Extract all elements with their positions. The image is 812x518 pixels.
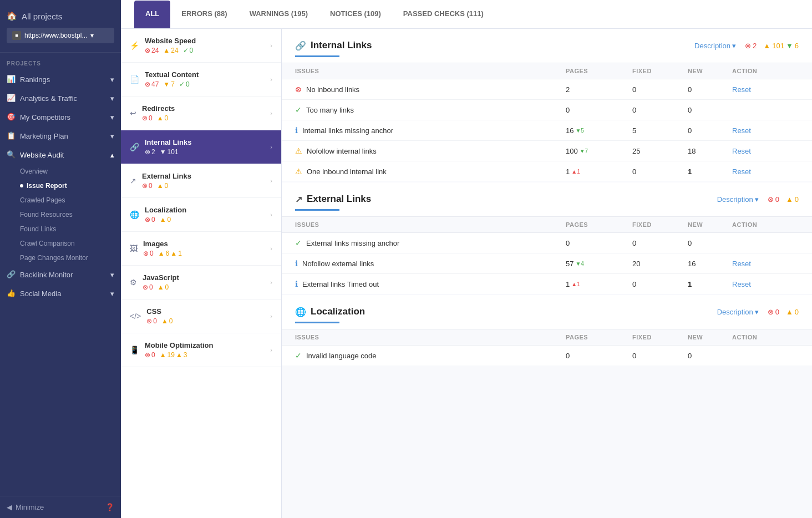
ok-icon: ✓ [295, 238, 302, 247]
table-row: ✓ Invalid language code 0 0 0 [282, 346, 812, 365]
reset-action[interactable]: Reset [732, 126, 799, 135]
info-icon: ℹ [295, 259, 298, 268]
internal-links-section-icon: 🔗 [295, 40, 306, 51]
sidebar-item-rankings[interactable]: 📊 Rankings ▾ [0, 70, 121, 89]
reset-action[interactable]: Reset [732, 147, 799, 155]
pages-value: 2 [566, 85, 632, 94]
fixed-value: 25 [632, 147, 688, 155]
chevron-down-icon: ▾ [110, 94, 114, 103]
new-value: 1 [688, 280, 732, 288]
subnav-found-resources[interactable]: Found Resources [20, 207, 121, 222]
localization-title: Localization [311, 306, 365, 317]
category-website-speed[interactable]: ⚡ Website Speed ⊗ 24 ▲ 24 ✓ 0 › [121, 29, 281, 63]
sidebar-item-analytics[interactable]: 📈 Analytics & Traffic ▾ [0, 89, 121, 108]
mobile-icon: 📱 [130, 346, 139, 354]
localization-error-count: ⊗ 0 [768, 308, 779, 316]
local-error-stat: ⊗ 0 [145, 216, 155, 224]
css-warn-stat: ▲ 0 [161, 317, 173, 325]
external-links-error-count: ⊗ 0 [768, 195, 779, 204]
table-header: ISSUES PAGES FIXED NEW ACTION [282, 63, 812, 79]
category-javascript[interactable]: ⚙ JavaScript ⊗ 0 ▲ 0 › [121, 266, 281, 299]
speed-warn-stat: ▲ 24 [163, 47, 178, 54]
subnav-page-changes[interactable]: Page Changes Monitor [20, 251, 121, 265]
subnav-found-links[interactable]: Found Links [20, 222, 121, 236]
localization-warn-count: ▲ 0 [786, 308, 799, 316]
category-textual-content[interactable]: 📄 Textual Content ⊗ 47 ▼ 7 ✓ 0 › [121, 63, 281, 97]
table-row: ⊗ No inbound links 2 0 0 Reset [282, 79, 812, 100]
subnav-issue-report[interactable]: Issue Report [20, 179, 121, 193]
category-external-links[interactable]: ↗ External Links ⊗ 0 ▲ 0 › [121, 164, 281, 198]
minimize-button[interactable]: ◀ Minimize [7, 503, 44, 511]
ok-icon: ✓ [295, 105, 302, 114]
tab-passed[interactable]: PASSED CHECKS (111) [392, 1, 495, 28]
new-value: 0 [688, 352, 732, 360]
fixed-value: 0 [632, 167, 688, 176]
text-icon: 📄 [130, 75, 139, 84]
sidebar-item-social[interactable]: 👍 Social Media ▾ [0, 284, 121, 303]
tab-warnings[interactable]: WARNINGS (195) [238, 1, 319, 28]
internal-links-description-link[interactable]: Description ▾ [694, 42, 736, 50]
sidebar-item-marketing[interactable]: 📋 Marketing Plan ▾ [0, 126, 121, 145]
sidebar-item-audit[interactable]: 🔍 Website Audit ▴ [0, 145, 121, 164]
fixed-value: 0 [632, 85, 688, 94]
pages-value: 57 ▼4 [566, 260, 632, 268]
fixed-value: 20 [632, 260, 688, 268]
delta-down-icon: ▼4 [575, 261, 583, 267]
text-warn-stat: ▼ 7 [163, 80, 175, 88]
reset-action[interactable]: Reset [732, 260, 799, 268]
delta-down-icon: ▼7 [580, 148, 588, 154]
subnav-crawled-pages[interactable]: Crawled Pages [20, 193, 121, 207]
sidebar-item-competitors[interactable]: 🎯 My Competitors ▾ [0, 108, 121, 126]
help-icon[interactable]: ❓ [105, 503, 114, 511]
chevron-right-icon: › [270, 144, 272, 150]
category-internal-links[interactable]: 🔗 Internal Links ⊗ 2 ▼ 101 › [121, 130, 281, 164]
new-value: 0 [688, 239, 732, 247]
category-localization[interactable]: 🌐 Localization ⊗ 0 ▲ 0 › [121, 198, 281, 232]
chevron-right-icon: › [270, 42, 272, 49]
internal-links-table: ISSUES PAGES FIXED NEW ACTION ⊗ No inbou… [282, 63, 812, 181]
redirects-warn-stat: ▲ 0 [157, 114, 169, 122]
all-projects-link[interactable]: 🏠 All projects [7, 9, 114, 28]
external-links-section-icon: ↗ [295, 194, 302, 205]
subnav-overview[interactable]: Overview [20, 164, 121, 179]
images-icon: 🖼 [130, 244, 138, 253]
chevron-right-icon: › [270, 211, 272, 218]
pages-value: 100 ▼7 [566, 147, 632, 155]
section-internal-links: 🔗 Internal Links Description ▾ ⊗ 2 ▲ 101… [282, 29, 812, 181]
reset-action[interactable]: Reset [732, 167, 799, 176]
tab-all[interactable]: ALL [134, 1, 170, 28]
sidebar-item-backlink[interactable]: 🔗 Backlink Monitor ▾ [0, 265, 121, 284]
tab-notices[interactable]: NOTICES (109) [319, 1, 392, 28]
warning-icon: ⚠ [295, 146, 302, 155]
table-header: ISSUES PAGES FIXED NEW ACTION [282, 217, 812, 233]
delta-up-icon: ▲1 [571, 169, 580, 175]
section-header-external-links: ↗ External Links Description ▾ ⊗ 0 ▲ 0 [282, 182, 812, 217]
localization-description-link[interactable]: Description ▾ [717, 308, 759, 316]
section-external-links: ↗ External Links Description ▾ ⊗ 0 ▲ 0 [282, 182, 812, 294]
new-value: 0 [688, 126, 732, 135]
external-links-description-link[interactable]: Description ▾ [717, 195, 759, 204]
pages-value: 0 [566, 106, 632, 114]
project-selector[interactable]: ■ https://www.boostpl... ▾ [7, 28, 114, 43]
images-warn-stat: ▲ 6 ▲1 [158, 250, 182, 257]
project-icon: ■ [12, 31, 21, 40]
category-mobile[interactable]: 📱 Mobile Optimization ⊗ 0 ▲ 19 ▲3 › [121, 333, 281, 367]
ext-links-warn-stat: ▲ 0 [157, 182, 169, 190]
external-links-icon: ↗ [130, 176, 136, 185]
fixed-value: 0 [632, 280, 688, 288]
chevron-right-icon: › [270, 313, 272, 319]
category-images[interactable]: 🖼 Images ⊗ 0 ▲ 6 ▲1 › [121, 232, 281, 266]
text-ok-stat: ✓ 0 [179, 80, 190, 88]
active-dot [20, 184, 23, 187]
table-row: ✓ Too many links 0 0 0 [282, 100, 812, 120]
sidebar: 🏠 All projects ■ https://www.boostpl... … [0, 0, 121, 518]
table-row: ⚠ One inbound internal link 1 ▲1 0 1 Res… [282, 161, 812, 181]
category-redirects[interactable]: ↩ Redirects ⊗ 0 ▲ 0 › [121, 97, 281, 130]
reset-action[interactable]: Reset [732, 280, 799, 288]
subnav-crawl-comparison[interactable]: Crawl Comparison [20, 236, 121, 251]
tab-errors[interactable]: ERRORS (88) [170, 1, 238, 28]
reset-action[interactable]: Reset [732, 85, 799, 94]
sidebar-top: 🏠 All projects ■ https://www.boostpl... … [0, 0, 121, 53]
category-css[interactable]: </> CSS ⊗ 0 ▲ 0 › [121, 299, 281, 333]
table-row: ✓ External links missing anchor 0 0 0 [282, 233, 812, 253]
